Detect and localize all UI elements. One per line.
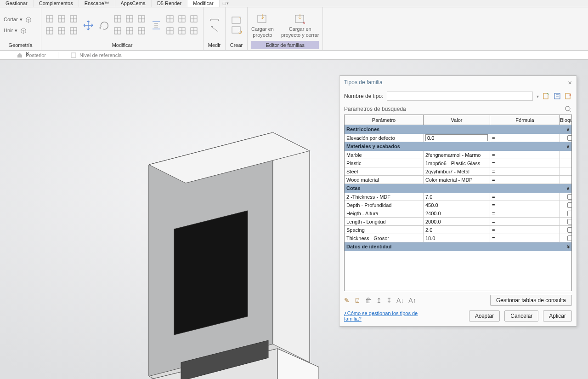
param-lock[interactable]: [560, 159, 572, 167]
param-formula[interactable]: =: [490, 209, 560, 218]
new-type-icon[interactable]: [543, 92, 550, 100]
rename-type-icon[interactable]: [554, 92, 561, 100]
move-down-icon[interactable]: ↧: [386, 297, 392, 304]
sort-asc-icon[interactable]: A↓: [396, 297, 404, 304]
modify-tool-icon[interactable]: [57, 14, 66, 23]
new-param-icon[interactable]: 🗎: [354, 297, 361, 304]
param-row[interactable]: Plastic1mppño6 - Plastic Glass=: [345, 159, 571, 167]
param-formula[interactable]: =: [490, 218, 560, 226]
param-value[interactable]: 2qyyhmbui7 - Metal: [424, 167, 490, 176]
param-lock[interactable]: [560, 226, 572, 234]
param-value[interactable]: 1mppño6 - Plastic Glass: [424, 159, 490, 167]
category-datos-de-identidad[interactable]: Datos de identidad¥: [345, 242, 571, 251]
param-row[interactable]: Wood materialColor material - MDP=: [345, 176, 571, 184]
delete-param-icon[interactable]: 🗑: [365, 297, 372, 304]
tab-overflow[interactable]: ▢▾: [220, 0, 232, 7]
cut-tool[interactable]: Cortar▾: [4, 16, 33, 24]
edit-param-icon[interactable]: ✎: [344, 297, 350, 304]
tab-d5 render[interactable]: D5 Render: [152, 0, 187, 7]
create-sheet-icon[interactable]: [231, 26, 242, 34]
tab-enscape™[interactable]: Enscape™: [79, 0, 115, 7]
category-restricciones[interactable]: Restricciones∧: [345, 125, 571, 134]
type-name-input[interactable]: [387, 92, 533, 101]
param-value[interactable]: 18.0: [424, 234, 490, 242]
param-value[interactable]: 2000.0: [424, 218, 490, 226]
close-icon[interactable]: ×: [568, 79, 572, 86]
join-tool[interactable]: Unir▾: [4, 27, 28, 35]
col-lock[interactable]: Bloquear: [560, 115, 572, 125]
param-formula[interactable]: =: [490, 234, 560, 242]
modify-tool-icon[interactable]: [57, 26, 66, 35]
param-lock[interactable]: [560, 201, 572, 209]
param-value[interactable]: Color material - MDP: [424, 176, 490, 184]
modify-tool-icon[interactable]: [165, 14, 175, 23]
modify-tool-icon[interactable]: [165, 26, 175, 35]
param-formula[interactable]: =: [490, 134, 560, 142]
param-value[interactable]: 2fengnemarmol - Marmo: [424, 151, 490, 159]
measure-icon[interactable]: [208, 16, 221, 34]
param-lock[interactable]: [560, 234, 572, 242]
col-value[interactable]: Valor: [424, 115, 490, 125]
move-arrows-icon[interactable]: [82, 19, 95, 32]
param-row[interactable]: Thickness - Grosor18.0=: [345, 234, 571, 242]
param-value[interactable]: 7.0: [424, 193, 490, 201]
modify-tool-icon[interactable]: [45, 14, 54, 23]
param-value-input[interactable]: [425, 134, 488, 141]
sort-desc-icon[interactable]: A↑: [408, 297, 416, 304]
param-formula[interactable]: =: [490, 159, 560, 167]
col-parameter[interactable]: Parámetro: [345, 115, 424, 125]
align-icon[interactable]: [150, 19, 163, 32]
tab-complementos[interactable]: Complementos: [34, 0, 79, 7]
home-icon[interactable]: [17, 52, 23, 58]
rotate-icon[interactable]: [97, 19, 110, 32]
param-formula[interactable]: =: [490, 201, 560, 209]
modify-tool-icon[interactable]: [137, 14, 146, 23]
param-formula[interactable]: =: [490, 176, 560, 184]
param-row[interactable]: Length - Longitud2000.0=: [345, 218, 571, 226]
modify-tool-icon[interactable]: [113, 26, 122, 35]
param-lock[interactable]: [560, 151, 572, 159]
param-lock[interactable]: [560, 193, 572, 201]
chevron-down-icon[interactable]: ▾: [537, 94, 539, 99]
param-formula[interactable]: =: [490, 226, 560, 234]
modify-tool-icon[interactable]: [189, 14, 198, 23]
col-formula[interactable]: Fórmula: [490, 115, 560, 125]
tab-appscema[interactable]: AppsCema: [115, 0, 152, 7]
move-up-icon[interactable]: ↥: [376, 297, 382, 304]
param-lock[interactable]: [560, 167, 572, 176]
search-icon[interactable]: [565, 105, 572, 113]
modify-tool-icon[interactable]: [177, 26, 187, 35]
modify-tool-icon[interactable]: [69, 14, 78, 23]
param-value[interactable]: [424, 134, 490, 142]
param-row[interactable]: Heigth - Altura2400.0=: [345, 209, 571, 218]
modify-tool-icon[interactable]: [69, 26, 78, 35]
manage-lookup-tables-button[interactable]: Gestionar tablas de consulta: [490, 295, 572, 306]
param-formula[interactable]: =: [490, 167, 560, 176]
param-lock[interactable]: [560, 209, 572, 218]
modify-tool-icon[interactable]: [113, 14, 122, 23]
param-value[interactable]: 2400.0: [424, 209, 490, 218]
param-lock[interactable]: [560, 176, 572, 184]
param-lock[interactable]: [560, 134, 572, 142]
create-item-icon[interactable]: [231, 16, 242, 24]
delete-type-icon[interactable]: [565, 92, 572, 100]
tab-gestionar[interactable]: Gestionar: [0, 0, 34, 7]
param-value[interactable]: 450.0: [424, 201, 490, 209]
param-row[interactable]: Marble2fengnemarmol - Marmo=: [345, 151, 571, 159]
param-row[interactable]: Elevación por defecto=: [345, 134, 571, 142]
help-link[interactable]: ¿Cómo se gestionan los tipos de familia?: [344, 310, 422, 322]
modify-tool-icon[interactable]: [125, 14, 134, 23]
modify-tool-icon[interactable]: [125, 26, 134, 35]
load-into-project-close-button[interactable]: Cargar en proyecto y cerrar: [281, 12, 319, 38]
sheet-icon[interactable]: [70, 52, 77, 58]
modify-tool-icon[interactable]: [177, 14, 187, 23]
param-row[interactable]: Steel2qyyhmbui7 - Metal=: [345, 167, 571, 176]
param-row[interactable]: Spacing2.0=: [345, 226, 571, 234]
param-value[interactable]: 2.0: [424, 226, 490, 234]
param-row[interactable]: Depth - Profundidad450.0=: [345, 201, 571, 209]
modify-tool-icon[interactable]: [45, 26, 54, 35]
view-label[interactable]: Nivel de referencia: [79, 52, 122, 58]
tab-modificar[interactable]: Modificar: [187, 0, 220, 7]
load-into-project-button[interactable]: Cargar en proyecto: [251, 12, 274, 38]
close-view-button[interactable]: ×: [26, 51, 29, 57]
